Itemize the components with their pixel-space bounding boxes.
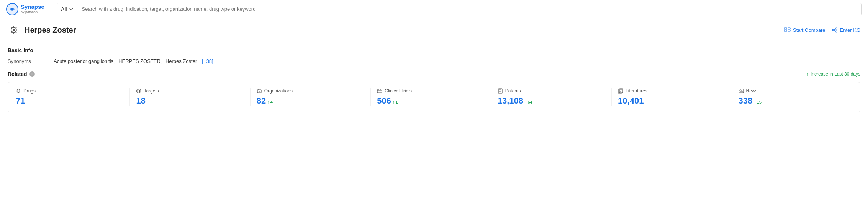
- increase-text: Increase in Last 30 days: [811, 71, 860, 77]
- synonyms-label: Synonyms: [8, 58, 46, 64]
- stat-literatures[interactable]: Literatures 10,401: [612, 88, 732, 106]
- chevron-down-icon: [69, 8, 73, 10]
- start-compare-button[interactable]: Start Compare: [784, 27, 825, 33]
- stat-news-increase: ↑ 15: [754, 100, 762, 104]
- gear-icon: [8, 24, 20, 36]
- orgs-increase-value: 4: [270, 100, 273, 104]
- news-icon: [739, 88, 744, 94]
- stat-orgs-increase: ↑ 4: [267, 100, 273, 104]
- patents-arrow-icon: ↑: [525, 100, 527, 104]
- enter-kg-label: Enter KG: [840, 27, 860, 33]
- trials-increase-value: 1: [395, 100, 398, 104]
- stat-patents-value: 13,108: [498, 96, 523, 106]
- logo-text: Synapse by patsnap: [21, 4, 44, 14]
- stats-card: Drugs 71 Targets 18: [8, 82, 860, 112]
- patents-increase-value: 64: [527, 100, 532, 104]
- logo-icon: [6, 3, 18, 15]
- stat-drugs-value-row: 71: [16, 96, 123, 106]
- page-title: Herpes Zoster: [25, 26, 76, 35]
- search-filter-label: All: [61, 6, 67, 12]
- basic-info-title: Basic Info: [8, 47, 860, 53]
- stat-clinical-trials[interactable]: Clinical Trials 506 ↑ 1: [371, 88, 491, 106]
- stat-drugs[interactable]: Drugs 71: [16, 88, 130, 106]
- svg-point-17: [835, 28, 837, 29]
- stat-patents-value-row: 13,108 ↑ 64: [498, 96, 605, 106]
- stat-drugs-value: 71: [16, 96, 25, 106]
- stat-trials-label-row: Clinical Trials: [377, 88, 485, 94]
- stat-orgs-value-row: 82 ↑ 4: [257, 96, 364, 106]
- logo-brand-name: Synapse: [21, 4, 44, 10]
- stat-news-value: 338: [739, 96, 753, 106]
- search-bar[interactable]: All: [57, 3, 862, 15]
- page-title-bar: Herpes Zoster Start Compare Enter KG: [0, 18, 868, 41]
- stat-targets-value-row: 18: [136, 96, 244, 106]
- stat-orgs-label: Organizations: [264, 88, 293, 94]
- kg-icon: [832, 27, 838, 33]
- app-header: Synapse by patsnap All: [0, 0, 868, 18]
- search-input[interactable]: [77, 6, 861, 12]
- svg-point-3: [13, 29, 15, 31]
- compare-icon: [784, 27, 791, 33]
- increase-label: ↑ Increase in Last 30 days: [806, 71, 860, 77]
- svg-line-20: [834, 30, 835, 31]
- logo-sub-text: by patsnap: [21, 10, 44, 14]
- page-title-left: Herpes Zoster: [8, 24, 76, 36]
- svg-point-1: [11, 8, 13, 10]
- stat-targets[interactable]: Targets 18: [130, 88, 250, 106]
- page-title-actions: Start Compare Enter KG: [784, 27, 860, 33]
- related-header: Related i ↑ Increase in Last 30 days: [8, 71, 860, 77]
- stat-lit-label-row: Literatures: [618, 88, 726, 94]
- svg-line-19: [834, 29, 835, 30]
- stat-targets-value: 18: [136, 96, 145, 106]
- stat-organizations[interactable]: Organizations 82 ↑ 4: [251, 88, 371, 106]
- stat-trials-label: Clinical Trials: [385, 88, 412, 94]
- synonyms-value: Acute posterior ganglionitis、HERPES ZOST…: [54, 58, 213, 65]
- stat-news-label: News: [746, 88, 758, 94]
- stat-patents[interactable]: Patents 13,108 ↑ 64: [491, 88, 612, 106]
- related-info-icon[interactable]: i: [29, 71, 35, 77]
- news-increase-value: 15: [757, 100, 762, 104]
- svg-rect-25: [257, 90, 261, 93]
- stat-orgs-label-row: Organizations: [257, 88, 364, 94]
- svg-rect-12: [784, 28, 787, 29]
- stat-drugs-label-row: Drugs: [16, 88, 123, 94]
- lit-icon: [618, 88, 623, 94]
- org-icon: [257, 88, 262, 94]
- start-compare-label: Start Compare: [793, 27, 825, 33]
- trials-arrow-icon: ↑: [393, 100, 395, 104]
- stat-news[interactable]: News 338 ↑ 15: [732, 88, 852, 106]
- stat-trials-value-row: 506 ↑ 1: [377, 96, 485, 106]
- svg-rect-44: [740, 90, 741, 91]
- search-filter-dropdown[interactable]: All: [57, 3, 77, 15]
- stat-lit-label: Literatures: [626, 88, 647, 94]
- stat-targets-label: Targets: [144, 88, 159, 94]
- target-icon: [136, 88, 141, 94]
- synonyms-text: Acute posterior ganglionitis、HERPES ZOST…: [54, 58, 202, 64]
- trial-icon: [377, 88, 382, 94]
- svg-rect-13: [784, 30, 787, 31]
- svg-point-16: [832, 29, 834, 31]
- stat-news-label-row: News: [739, 88, 846, 94]
- svg-point-24: [138, 91, 139, 91]
- synonyms-row: Synonyms Acute posterior ganglionitis、HE…: [8, 58, 860, 65]
- enter-kg-button[interactable]: Enter KG: [832, 27, 860, 33]
- svg-rect-14: [788, 28, 790, 29]
- patent-icon: [498, 88, 503, 94]
- stat-patents-increase: ↑ 64: [525, 100, 532, 104]
- main-content: Basic Info Synonyms Acute posterior gang…: [0, 41, 868, 119]
- svg-point-18: [835, 31, 837, 32]
- synonyms-more-link[interactable]: [+38]: [202, 58, 213, 64]
- stat-news-value-row: 338 ↑ 15: [739, 96, 846, 106]
- stat-orgs-value: 82: [257, 96, 266, 106]
- orgs-arrow-icon: ↑: [267, 100, 270, 104]
- stat-drugs-label: Drugs: [23, 88, 36, 94]
- stat-patents-label-row: Patents: [498, 88, 605, 94]
- stat-patents-label: Patents: [505, 88, 521, 94]
- svg-rect-15: [788, 30, 790, 31]
- related-title-group: Related i: [8, 71, 35, 77]
- virus-icon: [8, 25, 19, 35]
- drug-icon: [16, 88, 21, 94]
- news-arrow-icon: ↑: [754, 100, 756, 104]
- stat-trials-increase: ↑ 1: [393, 100, 398, 104]
- logo: Synapse by patsnap: [6, 3, 52, 15]
